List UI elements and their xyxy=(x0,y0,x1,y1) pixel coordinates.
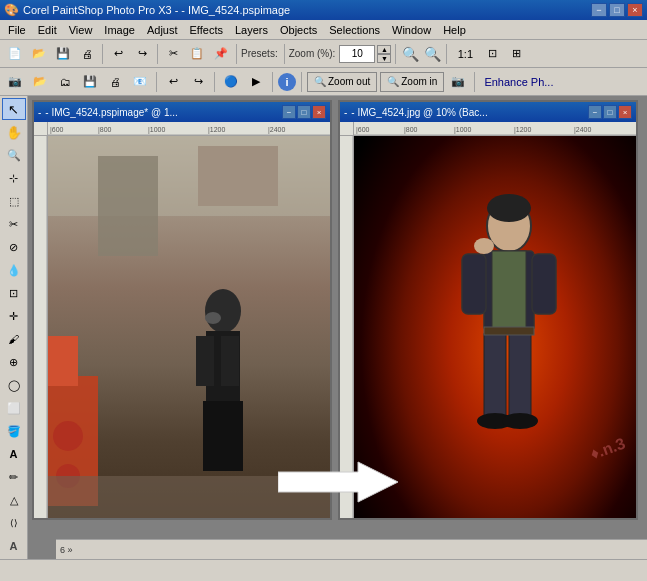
doc-min-right[interactable]: − xyxy=(588,105,602,119)
enhance-button[interactable]: Enhance Ph... xyxy=(484,76,553,88)
ruler-h-left: |600 |800 |1000 |1200 |2400 xyxy=(34,122,330,136)
zoom-down[interactable]: ▼ xyxy=(377,54,391,63)
ruler-h-marks-left: |600 |800 |1000 |1200 |2400 xyxy=(48,122,330,135)
tool-hand[interactable]: ✋ xyxy=(2,121,26,143)
tool-arrow[interactable]: ↖ xyxy=(2,98,26,120)
menu-selections[interactable]: Selections xyxy=(323,23,386,37)
tool-select-rect[interactable]: ⬚ xyxy=(2,190,26,212)
app-icon: 🎨 xyxy=(4,3,19,17)
svg-point-36 xyxy=(474,238,494,254)
svg-text:|2400: |2400 xyxy=(574,126,591,134)
arrow-svg xyxy=(278,457,398,507)
fit-all-btn[interactable]: ⊞ xyxy=(505,43,527,65)
save-button[interactable]: 💾 xyxy=(52,43,74,65)
maximize-button[interactable]: □ xyxy=(609,3,625,17)
main-area: ↖ ✋ 🔍 ⊹ ⬚ ✂ ⊘ 💧 ⊡ ✛ 🖌 ⊕ ◯ ⬜ 🪣 A ✏ △ ⟨⟩ A… xyxy=(0,96,647,559)
redo-button[interactable]: ↪ xyxy=(131,43,153,65)
svg-text:|800: |800 xyxy=(98,126,112,134)
svg-rect-18 xyxy=(203,401,223,471)
undo-button[interactable]: ↩ xyxy=(107,43,129,65)
sep9 xyxy=(272,72,273,92)
sep3 xyxy=(236,44,237,64)
minimize-button[interactable]: − xyxy=(591,3,607,17)
menu-edit[interactable]: Edit xyxy=(32,23,63,37)
svg-rect-34 xyxy=(462,254,486,314)
tool-text[interactable]: A xyxy=(2,443,26,465)
tb2-redo[interactable]: ↪ xyxy=(187,71,209,93)
tb2-undo[interactable]: ↩ xyxy=(162,71,184,93)
menu-effects[interactable]: Effects xyxy=(184,23,229,37)
tool-fill[interactable]: 🪣 xyxy=(2,420,26,442)
menu-window[interactable]: Window xyxy=(386,23,437,37)
tool-dropper[interactable]: 💧 xyxy=(2,259,26,281)
tool-text2[interactable]: A xyxy=(2,535,26,557)
menu-file[interactable]: File xyxy=(2,23,32,37)
tb2-info[interactable]: i xyxy=(278,73,296,91)
open-button[interactable]: 📂 xyxy=(28,43,50,65)
ruler-h-right: |600 |800 |1000 |1200 |2400 xyxy=(340,122,636,136)
paste-button[interactable]: 📌 xyxy=(210,43,232,65)
tb2-btn2[interactable]: 📂 xyxy=(29,71,51,93)
doc-win-buttons-left: − □ × xyxy=(282,105,326,119)
tool-select-freehand[interactable]: ✂ xyxy=(2,213,26,235)
zoom-out-btn[interactable]: 🔍 xyxy=(400,43,420,65)
tb2-btn1[interactable]: 📷 xyxy=(4,71,26,93)
copy-button[interactable]: 📋 xyxy=(186,43,208,65)
svg-point-14 xyxy=(205,289,241,333)
doc-max-right[interactable]: □ xyxy=(603,105,617,119)
close-button[interactable]: × xyxy=(627,3,643,17)
tb2-btn5[interactable]: 🖨 xyxy=(104,71,126,93)
menu-bar: File Edit View Image Adjust Effects Laye… xyxy=(0,20,647,40)
cut-button[interactable]: ✂ xyxy=(162,43,184,65)
tool-retouch[interactable]: ◯ xyxy=(2,374,26,396)
tb2-btn4[interactable]: 💾 xyxy=(79,71,101,93)
doc-icon-left: - xyxy=(38,107,41,118)
doc-max-left[interactable]: □ xyxy=(297,105,311,119)
menu-view[interactable]: View xyxy=(63,23,99,37)
doc-win-buttons-right: − □ × xyxy=(588,105,632,119)
new-button[interactable]: 📄 xyxy=(4,43,26,65)
zoom-up[interactable]: ▲ xyxy=(377,45,391,54)
svg-text:|600: |600 xyxy=(356,126,370,134)
window-controls: − □ × xyxy=(591,3,643,17)
doc-close-left[interactable]: × xyxy=(312,105,326,119)
sep10 xyxy=(301,72,302,92)
presets-label: Presets: xyxy=(241,48,278,59)
tb2-btn10[interactable]: ▶ xyxy=(245,71,267,93)
title-bar: 🎨 Corel PaintShop Photo Pro X3 - - IMG_4… xyxy=(0,0,647,20)
zoom-out-button[interactable]: 🔍 Zoom out xyxy=(307,72,377,92)
tb2-btn9[interactable]: 🔵 xyxy=(220,71,242,93)
tool-clone[interactable]: ⊕ xyxy=(2,351,26,373)
doc-icon-right: - xyxy=(344,107,347,118)
zoom-in-btn[interactable]: 🔍 xyxy=(422,43,442,65)
fit-window-btn[interactable]: ⊡ xyxy=(481,43,503,65)
actual-size-btn[interactable]: 1:1 xyxy=(451,43,479,65)
sep6 xyxy=(446,44,447,64)
tool-preset[interactable]: ⟨⟩ xyxy=(2,512,26,534)
tool-eraser[interactable]: ⬜ xyxy=(2,397,26,419)
tool-paint[interactable]: 🖌 xyxy=(2,328,26,350)
zoom-in-button[interactable]: 🔍 Zoom in xyxy=(380,72,444,92)
tool-magic-wand[interactable]: ⊘ xyxy=(2,236,26,258)
doc-close-right[interactable]: × xyxy=(618,105,632,119)
menu-objects[interactable]: Objects xyxy=(274,23,323,37)
tb2-btn6[interactable]: 📧 xyxy=(129,71,151,93)
menu-layers[interactable]: Layers xyxy=(229,23,274,37)
svg-rect-37 xyxy=(484,330,506,420)
tool-crop[interactable]: ⊡ xyxy=(2,282,26,304)
print-button[interactable]: 🖨 xyxy=(76,43,98,65)
zoom-input[interactable] xyxy=(339,45,375,63)
menu-help[interactable]: Help xyxy=(437,23,472,37)
title-text: Corel PaintShop Photo Pro X3 - - IMG_452… xyxy=(23,4,591,16)
menu-image[interactable]: Image xyxy=(98,23,141,37)
menu-adjust[interactable]: Adjust xyxy=(141,23,184,37)
tool-move[interactable]: ✛ xyxy=(2,305,26,327)
tb2-btn3[interactable]: 🗂 xyxy=(54,71,76,93)
doc-min-left[interactable]: − xyxy=(282,105,296,119)
tb2-btn11[interactable]: 📷 xyxy=(447,71,469,93)
tool-shape[interactable]: △ xyxy=(2,489,26,511)
tool-deform[interactable]: ⊹ xyxy=(2,167,26,189)
tool-zoom[interactable]: 🔍 xyxy=(2,144,26,166)
tool-pen[interactable]: ✏ xyxy=(2,466,26,488)
toolbar2: 📷 📂 🗂 💾 🖨 📧 ↩ ↪ 🔵 ▶ i 🔍 Zoom out 🔍 Zoom … xyxy=(0,68,647,96)
